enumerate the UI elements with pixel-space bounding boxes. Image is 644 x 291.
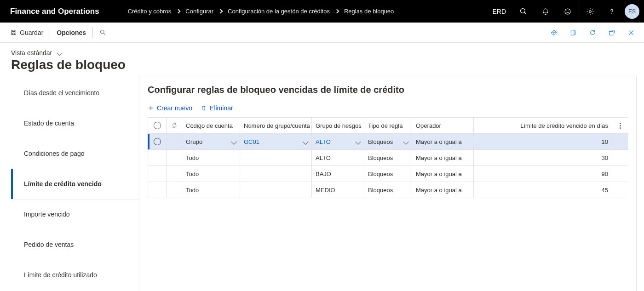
limit-days-cell[interactable]: 45 bbox=[474, 182, 612, 198]
rule-type-cell[interactable]: Bloqueos bbox=[364, 182, 412, 198]
notifications-icon[interactable] bbox=[535, 0, 557, 23]
limit-days-cell[interactable]: 90 bbox=[474, 166, 612, 182]
col-group-number[interactable]: Número de grupo/cuenta bbox=[240, 118, 312, 133]
create-new-label: Crear nuevo bbox=[157, 104, 192, 112]
page-header: Vista estándar Reglas de bloqueo bbox=[0, 43, 644, 76]
sidebar-item-label: Límite de crédito utilizado bbox=[24, 271, 97, 279]
rule-type-cell[interactable]: Bloqueos bbox=[364, 166, 412, 182]
refresh-icon[interactable] bbox=[583, 23, 602, 42]
breadcrumb-item[interactable]: Configurar bbox=[185, 8, 213, 15]
col-rule-type[interactable]: Tipo de regla bbox=[364, 118, 412, 133]
group-number-cell[interactable] bbox=[240, 182, 312, 198]
sidebar-item-label: Días desde el vencimiento bbox=[24, 89, 99, 97]
sidebar-item-credit-limit-used[interactable]: Límite de crédito utilizado bbox=[11, 260, 139, 290]
row-spacer bbox=[612, 134, 628, 149]
row-selector[interactable] bbox=[148, 166, 167, 182]
sidebar-item-label: Estado de cuenta bbox=[24, 120, 74, 127]
feedback-icon[interactable] bbox=[557, 0, 579, 23]
main-panel: Configurar reglas de bloqueo vencidas de… bbox=[139, 76, 637, 291]
col-account-code[interactable]: Código de cuenta bbox=[182, 118, 240, 133]
attachments-icon[interactable] bbox=[545, 23, 563, 42]
row-spacer bbox=[612, 150, 628, 165]
group-number-cell[interactable] bbox=[240, 150, 312, 165]
office-icon[interactable] bbox=[564, 23, 582, 42]
row-selector[interactable] bbox=[148, 150, 167, 165]
create-new-button[interactable]: Crear nuevo bbox=[148, 104, 192, 112]
svg-rect-10 bbox=[571, 30, 574, 35]
action-search-icon[interactable] bbox=[94, 23, 112, 42]
select-all-checkbox[interactable] bbox=[148, 118, 167, 133]
operator-cell[interactable]: Mayor a o igual a bbox=[412, 150, 474, 165]
options-label: Opciones bbox=[57, 29, 86, 36]
grid-menu-button[interactable] bbox=[612, 118, 628, 133]
sidebar-item-sales-order[interactable]: Pedido de ventas bbox=[11, 229, 139, 260]
operator-cell[interactable]: Mayor a o igual a bbox=[412, 182, 474, 198]
col-limit-days[interactable]: Límite de crédito vencido en días bbox=[474, 118, 612, 133]
action-bar: Guardar Opciones bbox=[0, 23, 644, 43]
row-selector[interactable] bbox=[148, 182, 167, 198]
sidebar-item-days-since-due[interactable]: Días desde el vencimiento bbox=[11, 78, 139, 108]
limit-days-cell[interactable]: 10 bbox=[474, 134, 612, 149]
table-row[interactable]: Todo MEDIO Bloqueos Mayor a o igual a 45 bbox=[148, 182, 628, 198]
svg-point-5 bbox=[589, 10, 591, 12]
delete-button[interactable]: Eliminar bbox=[201, 104, 233, 112]
options-button[interactable]: Opciones bbox=[51, 23, 92, 42]
table-row[interactable]: Todo ALTO Bloqueos Mayor a o igual a 30 bbox=[148, 150, 628, 166]
circle-icon bbox=[154, 122, 161, 129]
chevron-right-icon bbox=[218, 9, 223, 14]
separator bbox=[92, 27, 93, 38]
col-risk-group[interactable]: Grupo de riesgos bbox=[312, 118, 364, 133]
account-code-cell[interactable]: Todo bbox=[182, 182, 240, 198]
operator-cell[interactable]: Mayor a o igual a bbox=[412, 134, 474, 149]
chevron-down-icon bbox=[57, 50, 63, 56]
grid-refresh-icon[interactable] bbox=[167, 118, 182, 133]
top-navbar: Finance and Operations Crédito y cobros … bbox=[0, 0, 644, 23]
view-picker[interactable]: Vista estándar bbox=[11, 49, 62, 57]
risk-group-lookup[interactable]: ALTO bbox=[312, 134, 364, 149]
rule-type-dropdown[interactable]: Bloqueos bbox=[364, 134, 412, 149]
row-handle bbox=[167, 166, 182, 182]
table-row[interactable]: Grupo GC01 ALTO Bloqueos Mayor a o igual… bbox=[148, 134, 628, 150]
risk-group-cell[interactable]: BAJO bbox=[312, 166, 364, 182]
cell-value: Bloqueos bbox=[368, 138, 393, 145]
breadcrumb-item[interactable]: Reglas de bloqueo bbox=[344, 8, 394, 15]
cell-value: ALTO bbox=[316, 138, 331, 145]
svg-line-9 bbox=[104, 33, 105, 34]
popout-icon[interactable] bbox=[603, 23, 621, 42]
search-icon[interactable] bbox=[512, 0, 535, 23]
table-row[interactable]: Todo BAJO Bloqueos Mayor a o igual a 90 bbox=[148, 166, 628, 182]
operator-cell[interactable]: Mayor a o igual a bbox=[412, 166, 474, 182]
company-code[interactable]: ERD bbox=[486, 8, 512, 15]
more-vertical-icon bbox=[620, 123, 621, 129]
col-limit-days-label: Límite de crédito vencido en días bbox=[520, 122, 608, 129]
sidebar-item-label: Importe vencido bbox=[24, 211, 70, 218]
save-button[interactable]: Guardar bbox=[5, 23, 49, 42]
separator bbox=[50, 27, 50, 38]
user-avatar[interactable]: ES bbox=[625, 4, 639, 19]
group-number-lookup[interactable]: GC01 bbox=[240, 134, 312, 149]
sidebar-item-payment-terms[interactable]: Condiciones de pago bbox=[11, 138, 139, 169]
row-selector[interactable] bbox=[148, 134, 167, 149]
account-code-cell[interactable]: Todo bbox=[182, 166, 240, 182]
sidebar-item-account-status[interactable]: Estado de cuenta bbox=[11, 108, 139, 138]
cell-value: GC01 bbox=[244, 138, 259, 145]
account-code-cell[interactable]: Todo bbox=[182, 150, 240, 165]
sidebar-item-label: Condiciones de pago bbox=[24, 150, 85, 157]
help-icon[interactable] bbox=[601, 0, 623, 23]
sidebar-item-credit-limit-overdue[interactable]: Límite de crédito vencido bbox=[11, 169, 139, 199]
group-number-cell[interactable] bbox=[240, 166, 312, 182]
grid-header-row: Código de cuenta Número de grupo/cuenta … bbox=[148, 118, 628, 134]
save-label: Guardar bbox=[20, 29, 43, 36]
risk-group-cell[interactable]: MEDIO bbox=[312, 182, 364, 198]
limit-days-cell[interactable]: 30 bbox=[474, 150, 612, 165]
breadcrumb-item[interactable]: Crédito y cobros bbox=[128, 8, 172, 15]
breadcrumb-item[interactable]: Configuración de la gestón de créditos bbox=[228, 8, 330, 15]
account-code-dropdown[interactable]: Grupo bbox=[182, 134, 240, 149]
rule-type-cell[interactable]: Bloqueos bbox=[364, 150, 412, 165]
sidebar-item-overdue-amount[interactable]: Importe vencido bbox=[11, 199, 139, 229]
settings-icon[interactable] bbox=[579, 0, 601, 23]
risk-group-cell[interactable]: ALTO bbox=[312, 150, 364, 165]
svg-point-0 bbox=[521, 8, 525, 13]
close-icon[interactable] bbox=[622, 23, 640, 42]
col-operator[interactable]: Operador bbox=[412, 118, 474, 133]
